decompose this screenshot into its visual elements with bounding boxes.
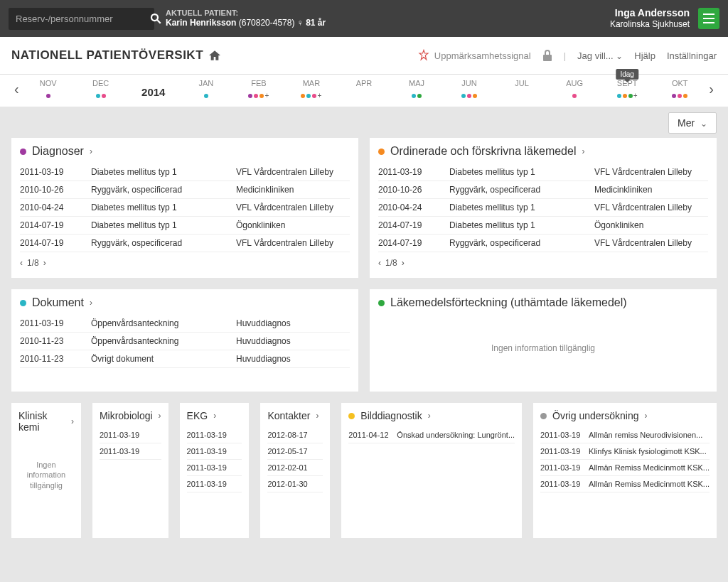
klinisk-kemi-title[interactable]: Klinisk kemi› [18, 410, 74, 433]
pager-prev[interactable]: ‹ [20, 258, 23, 268]
timeline-next[interactable]: › [706, 81, 717, 97]
table-row[interactable]: 2010-11-23ÖppenvårdsanteckningHuvuddiagn… [20, 333, 350, 350]
list-item[interactable]: 2012-05-17 [267, 443, 323, 460]
klinisk-kemi-card: Klinisk kemi› Ingen information tillgäng… [11, 403, 81, 538]
chevron-right-icon: › [90, 146, 92, 156]
search-input[interactable] [9, 8, 142, 30]
lakemedelsforteckning-card: Läkemedelsförteckning (uthämtade läkemed… [370, 289, 717, 392]
patient-name: Karin Henriksson [166, 18, 236, 28]
svg-rect-2 [703, 14, 714, 15]
list-item[interactable]: 2012-01-30 [267, 476, 323, 492]
dokument-title[interactable]: Dokument › [20, 296, 350, 309]
chevron-right-icon: › [582, 146, 584, 156]
kontakter-title[interactable]: Kontakter› [267, 410, 323, 421]
diagnoser-pager: ‹ 1/8 › [20, 258, 350, 268]
kontakter-card: Kontakter› 2012-08-172012-05-172012-02-0… [260, 403, 330, 538]
user-name: Inga Andersson [610, 6, 690, 19]
attention-icon [417, 49, 430, 62]
list-item[interactable]: 2011-03-19Allmän Remiss Medicinmott KSK.… [540, 476, 710, 492]
svg-rect-3 [703, 18, 714, 19]
timeline-prev[interactable]: ‹ [11, 81, 22, 97]
svg-rect-4 [703, 22, 714, 23]
tl-month-feb[interactable]: FEB+ [240, 79, 278, 99]
list-item[interactable]: 2011-03-19 [100, 427, 161, 443]
tl-month-okt[interactable]: OKT [660, 79, 699, 99]
tl-month-nov[interactable]: NOV [29, 79, 68, 99]
table-row[interactable]: 2014-07-19Ryggvärk, ospecificeradVFL Vår… [20, 235, 350, 252]
chevron-down-icon: ⌄ [700, 119, 707, 129]
tl-month-jun[interactable]: JUN [450, 79, 488, 99]
table-row[interactable]: 2014-07-19Diabetes mellitus typ 1Ögonkli… [378, 217, 708, 235]
diagnoser-card: Diagnoser › 2011-03-19Diabetes mellitus … [11, 138, 358, 278]
list-item[interactable]: 2011-03-19 [187, 427, 242, 443]
table-row[interactable]: 2010-04-24Diabetes mellitus typ 1VFL Vår… [378, 199, 708, 217]
ovrig-title[interactable]: Övrig undersökning› [540, 410, 710, 421]
list-item[interactable]: 2011-03-19Allmän remiss Neurodivisionen.… [540, 427, 710, 443]
table-row[interactable]: 2010-10-26Ryggvärk, ospecificeradMedicin… [378, 181, 708, 199]
table-row[interactable]: 2011-03-19Diabetes mellitus typ 1VFL Vår… [378, 163, 708, 181]
mikrobiologi-card: Mikrobiologi› 2011-03-192011-03-19 [92, 403, 168, 538]
lock-icon[interactable] [542, 50, 552, 61]
subbar-right: Uppmärksamhetssignal | Jag vill... ⌄ Hjä… [417, 49, 717, 62]
lakemedel-title[interactable]: Ordinerade och förskrivna läkemedel › [378, 145, 708, 158]
current-patient-label: AKTUELL PATIENT: [166, 8, 326, 18]
search-field[interactable] [9, 8, 154, 30]
list-item[interactable]: 2011-03-19Allmän Remiss Medicinmott KSK.… [540, 460, 710, 476]
list-item[interactable]: 2011-03-19 [187, 443, 242, 460]
bilddiagnostik-card: Bilddiagnostik› 2011-04-12Önskad undersö… [341, 403, 522, 538]
lakemedel-pager: ‹ 1/8 › [378, 258, 708, 268]
ovrig-undersokning-card: Övrig undersökning› 2011-03-19Allmän rem… [533, 403, 717, 538]
list-item[interactable]: 2011-03-19 [187, 460, 242, 476]
table-row[interactable]: 2011-03-19ÖppenvårdsanteckningHuvuddiagn… [20, 315, 350, 333]
lakemedel-card: Ordinerade och förskrivna läkemedel › 20… [370, 138, 717, 278]
bilddiagnostik-title[interactable]: Bilddiagnostik› [348, 410, 515, 421]
list-item[interactable]: 2012-08-17 [267, 427, 323, 443]
timeline: ‹ NOV DEC 2014 JAN FEB+ MAR+ APR MAJ JUN… [0, 74, 728, 107]
tl-month-dec[interactable]: DEC [82, 79, 120, 99]
topbar: AKTUELL PATIENT: Karin Henriksson (67082… [0, 0, 728, 37]
tl-month-aug[interactable]: AUG [555, 79, 594, 99]
page-title: NATIONELL PATIENTÖVERSIKT [11, 48, 220, 63]
table-row[interactable]: 2010-10-26Ryggvärk, ospecificeradMedicin… [20, 181, 350, 199]
user-info: Inga Andersson Karolinska Sjukhuset [610, 6, 690, 31]
list-item[interactable]: 2011-03-19 [187, 476, 242, 492]
today-badge: Idag [616, 69, 638, 80]
svg-rect-5 [543, 55, 552, 61]
table-row[interactable]: 2010-11-23Övrigt dokumentHuvuddiagnos [20, 350, 350, 368]
pager-prev[interactable]: ‹ [378, 258, 381, 268]
dokument-card: Dokument › 2011-03-19Öppenvårdsantecknin… [11, 289, 358, 392]
pager-next[interactable]: › [43, 258, 46, 268]
settings-link[interactable]: Inställningar [667, 50, 717, 61]
tl-month-mar[interactable]: MAR+ [292, 79, 331, 99]
jag-vill-dropdown[interactable]: Jag vill... ⌄ [577, 50, 623, 61]
chevron-right-icon: › [90, 298, 92, 308]
mikrobiologi-title[interactable]: Mikrobiologi› [100, 410, 161, 421]
lakemedelsforteckning-title[interactable]: Läkemedelsförteckning (uthämtade läkemed… [378, 296, 708, 309]
menu-button[interactable] [698, 8, 719, 29]
ekg-title[interactable]: EKG› [187, 410, 242, 421]
tl-month-apr[interactable]: APR [345, 79, 383, 92]
tl-month-jul[interactable]: JUL [503, 79, 541, 92]
content: Mer ⌄ Diagnoser › 2011-03-19Diabetes mel… [0, 107, 728, 549]
table-row[interactable]: 2010-04-24Diabetes mellitus typ 1VFL Vår… [20, 199, 350, 217]
mer-button[interactable]: Mer ⌄ [668, 112, 717, 134]
patient-info: AKTUELL PATIENT: Karin Henriksson (67082… [166, 8, 326, 29]
pager-next[interactable]: › [402, 258, 405, 268]
diagnoser-title[interactable]: Diagnoser › [20, 145, 350, 158]
list-item[interactable]: 2011-04-12Önskad undersökning: Lungrönt.… [348, 427, 515, 443]
tl-month-jan[interactable]: JAN [187, 79, 225, 99]
help-link[interactable]: Hjälp [634, 50, 655, 61]
ekg-card: EKG› 2011-03-192011-03-192011-03-192011-… [180, 403, 250, 538]
attention-signal[interactable]: Uppmärksamhetssignal [417, 49, 531, 62]
tl-month-sept[interactable]: Idag SEPT+ [608, 79, 646, 99]
list-item[interactable]: 2011-03-19Klinfys Klinisk fysiologimott … [540, 443, 710, 460]
table-row[interactable]: 2014-07-19Ryggvärk, ospecificeradVFL Vår… [378, 235, 708, 252]
tl-month-maj[interactable]: MAJ [397, 79, 436, 99]
list-item[interactable]: 2012-02-01 [267, 460, 323, 476]
list-item[interactable]: 2011-03-19 [100, 443, 161, 460]
table-row[interactable]: 2011-03-19Diabetes mellitus typ 1VFL Vår… [20, 163, 350, 181]
tl-year[interactable]: 2014 [134, 79, 173, 98]
table-row[interactable]: 2014-07-19Diabetes mellitus typ 1Ögonkli… [20, 217, 350, 235]
hospital-name: Karolinska Sjukhuset [610, 19, 690, 31]
home-icon[interactable] [209, 50, 220, 60]
